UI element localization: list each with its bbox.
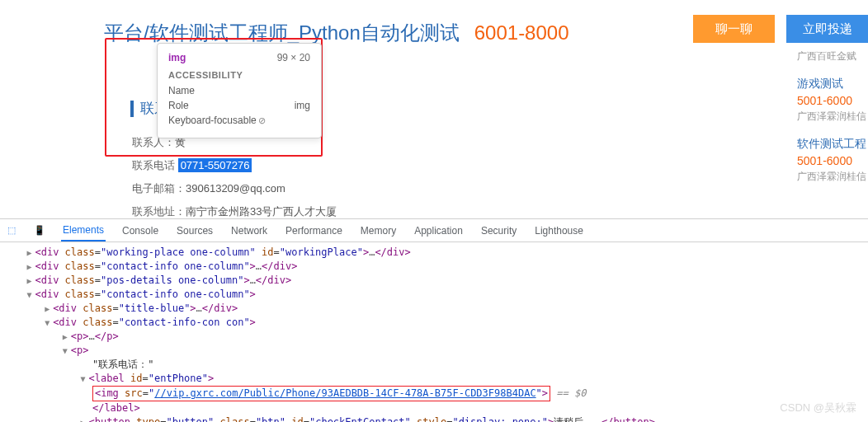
tooltip-focus-label: Keyboard-focusable bbox=[168, 115, 266, 126]
side-company: 广西泽霖润桂信 bbox=[797, 110, 868, 124]
contact-email-label: 电子邮箱： bbox=[132, 182, 186, 195]
contact-email-value: 390613209@qq.com bbox=[186, 182, 285, 195]
side-job-title[interactable]: 软件测试工程 bbox=[797, 137, 868, 152]
contact-phone-label: 联系电话 bbox=[132, 159, 175, 171]
tab-elements[interactable]: Elements bbox=[61, 219, 106, 241]
contact-phone-image[interactable]: 0771-5507276 bbox=[178, 158, 252, 172]
section-bar bbox=[130, 101, 134, 117]
related-jobs-sidebar: 广西百旺金赋 游戏测试 5001-6000 广西泽霖润桂信 软件测试工程 500… bbox=[797, 49, 868, 197]
contact-address-value: 南宁市金州路33号广西人才大厦 bbox=[186, 205, 337, 218]
devtools-element-tooltip: img 99 × 20 ACCESSIBILITY Name Roleimg K… bbox=[157, 43, 322, 138]
tooltip-name-label: Name bbox=[168, 85, 195, 96]
chat-button[interactable]: 聊一聊 bbox=[693, 15, 775, 43]
inspect-icon[interactable]: ⬚ bbox=[5, 224, 18, 237]
contact-address-label: 联系地址： bbox=[132, 205, 186, 218]
devtools-panel: ⬚ 📱 Elements Console Sources Network Per… bbox=[0, 218, 868, 422]
side-salary: 5001-6000 bbox=[797, 94, 868, 107]
tooltip-tag: img bbox=[168, 52, 186, 63]
side-job-title[interactable]: 游戏测试 bbox=[797, 77, 868, 91]
tooltip-dimensions: 99 × 20 bbox=[277, 52, 310, 63]
apply-button[interactable]: 立即投递 bbox=[786, 15, 868, 43]
side-salary: 5001-6000 bbox=[797, 154, 868, 167]
highlighted-img-node[interactable]: <img src="//vip.gxrc.com/Public/Phone/93… bbox=[92, 386, 550, 401]
side-company: 广西百旺金赋 bbox=[797, 49, 868, 63]
tooltip-section: ACCESSIBILITY bbox=[168, 70, 310, 80]
tooltip-role-value: img bbox=[295, 100, 310, 111]
salary-range: 6001-8000 bbox=[474, 21, 569, 45]
side-company: 广西泽霖润桂信 bbox=[797, 170, 868, 184]
elements-tree[interactable]: ▶<div class="working-place one-column" i… bbox=[0, 242, 868, 422]
device-toolbar-icon[interactable]: 📱 bbox=[33, 224, 46, 237]
tooltip-role-label: Role bbox=[168, 100, 189, 111]
